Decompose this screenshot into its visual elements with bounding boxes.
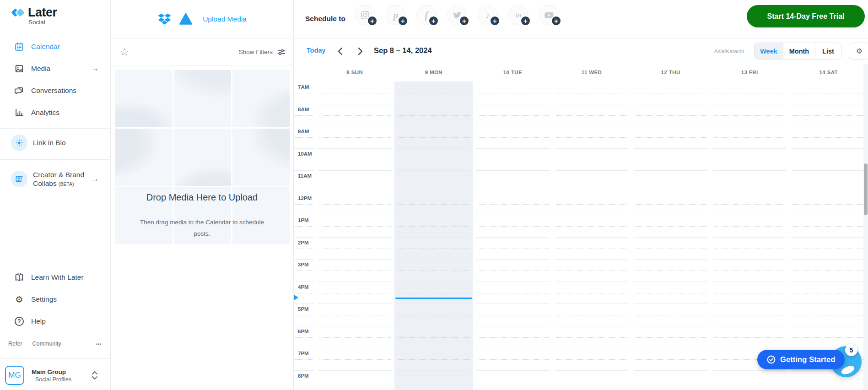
help-icon: ? xyxy=(14,316,25,327)
time-row: 6PM xyxy=(294,326,315,348)
chevron-right-icon[interactable] xyxy=(355,46,366,57)
getting-started-button[interactable]: Getting Started xyxy=(757,350,845,369)
upload-media-button[interactable]: Upload Media xyxy=(203,15,247,23)
later-logo[interactable]: Later Social xyxy=(12,5,57,26)
time-label: 8PM xyxy=(298,373,309,379)
chevron-updown-icon[interactable] xyxy=(92,370,98,380)
community-link[interactable]: Community xyxy=(32,341,61,347)
calendar-cell xyxy=(631,326,710,348)
calendar-cell xyxy=(631,259,710,282)
show-filters-button[interactable]: Show Filters xyxy=(239,48,286,57)
day-column-mon[interactable] xyxy=(394,81,474,390)
calendar-cell xyxy=(394,237,474,260)
day-column-thu[interactable] xyxy=(631,81,710,390)
calendar-cell xyxy=(552,259,631,282)
calendar-cell xyxy=(394,259,474,282)
calendar-cell xyxy=(473,126,552,148)
time-label: 4PM xyxy=(298,284,309,290)
add-twitter-button[interactable]: + xyxy=(447,5,467,25)
tab-month[interactable]: Month xyxy=(783,43,815,59)
calendar-cell xyxy=(631,237,710,260)
date-range: Sep 8 – 14, 2024 xyxy=(374,46,432,55)
drop-media-subtitle: Then drag media to the Calendar to sched… xyxy=(134,217,271,240)
sidebar-item-learn[interactable]: Learn With Later xyxy=(0,266,111,288)
add-instagram-button[interactable]: + xyxy=(355,5,375,25)
add-youtube-button[interactable]: + xyxy=(539,5,559,25)
time-label: 7PM xyxy=(298,351,309,356)
plus-icon: + xyxy=(520,16,531,26)
tab-week[interactable]: Week xyxy=(755,43,783,59)
day-header-row: 8 SUN9 MON10 TUE11 WED12 THU13 FRI14 SAT xyxy=(294,64,868,81)
time-label: 1PM xyxy=(298,217,309,223)
calendar-cell xyxy=(789,259,868,282)
book-icon xyxy=(14,272,25,283)
sidebar-item-link-in-bio[interactable]: Link in Bio xyxy=(0,132,111,154)
calendar-cell xyxy=(394,104,474,126)
calendar-settings-button[interactable]: ⚙ xyxy=(849,43,868,60)
plus-icon: + xyxy=(551,16,561,26)
time-row: 12PM xyxy=(294,193,315,215)
link-in-bio-icon xyxy=(11,135,27,151)
sidebar-item-label: Conversations xyxy=(31,86,76,95)
profile-switcher[interactable]: MG Main Group Social Profiles xyxy=(0,363,111,388)
collabs-icon xyxy=(11,171,27,187)
day-column-fri[interactable] xyxy=(710,81,789,390)
refer-link[interactable]: Refer xyxy=(8,341,22,347)
time-label: 12PM xyxy=(298,195,312,201)
sidebar-item-conversations[interactable]: Conversations xyxy=(0,80,111,102)
time-row: 10AM xyxy=(294,148,315,171)
media-placeholder-tile xyxy=(174,129,231,186)
star-icon[interactable]: ☆ xyxy=(120,47,129,57)
start-trial-button[interactable]: Start 14-Day Free Trial xyxy=(747,5,865,27)
calendar-cell xyxy=(315,326,394,348)
calendar-cell xyxy=(710,170,789,193)
more-options-icon[interactable]: ⋯ xyxy=(96,341,103,347)
time-label: 9AM xyxy=(298,129,309,134)
notification-badge: 5 xyxy=(845,344,857,356)
tab-list[interactable]: List xyxy=(815,43,841,59)
show-filters-label: Show Filters xyxy=(239,49,273,55)
sidebar-item-analytics[interactable]: Analytics xyxy=(0,102,111,124)
avatar: MG xyxy=(5,366,24,385)
add-facebook-button[interactable]: f + xyxy=(416,5,437,25)
today-button[interactable]: Today xyxy=(307,47,326,54)
add-tiktok-button[interactable]: ♪ + xyxy=(478,5,498,25)
sidebar-item-settings[interactable]: ⚙ Settings xyxy=(0,288,111,310)
calendar-cell xyxy=(552,193,631,215)
day-column-sun[interactable] xyxy=(315,81,394,390)
day-header: 13 FRI xyxy=(710,64,789,81)
calendar-cell xyxy=(394,215,474,237)
time-row: 1PM xyxy=(294,215,315,237)
day-header: 8 SUN xyxy=(315,64,394,81)
dropbox-icon[interactable] xyxy=(157,13,172,25)
sidebar-item-help[interactable]: ? Help xyxy=(0,310,111,332)
sidebar-item-media[interactable]: Media → xyxy=(0,58,111,80)
day-column-sat[interactable] xyxy=(789,81,868,390)
sidebar-item-collabs[interactable]: Creator & Brand Collabs (BETA) → xyxy=(0,163,111,195)
current-time-line xyxy=(395,298,473,299)
brand-sub: Social xyxy=(28,19,57,26)
plus-icon: + xyxy=(428,16,439,26)
day-column-tue[interactable] xyxy=(473,81,552,390)
calendar-cell xyxy=(710,326,789,348)
check-circle-icon xyxy=(766,355,776,364)
calendar-cell xyxy=(631,148,710,171)
sidebar-item-label: Link in Bio xyxy=(33,138,66,147)
calendar-cell xyxy=(631,126,710,148)
chevron-left-icon[interactable] xyxy=(334,46,345,57)
add-pinterest-button[interactable]: p + xyxy=(386,5,406,25)
time-label: 3PM xyxy=(298,262,309,267)
add-linkedin-button[interactable]: in + xyxy=(508,5,528,25)
calendar-cell xyxy=(473,259,552,282)
scrollbar-thumb[interactable] xyxy=(864,163,868,215)
sidebar-item-calendar[interactable]: Calendar xyxy=(0,36,111,58)
calendar-grid: 7AM8AM9AM10AM11AM12PM1PM2PM3PM4PM5PM6PM7… xyxy=(294,81,868,390)
calendar-cell xyxy=(315,237,394,260)
time-row: 8PM xyxy=(294,370,315,390)
calendar-cell xyxy=(473,81,552,104)
google-drive-icon[interactable] xyxy=(179,13,193,25)
sidebar-item-label: Learn With Later xyxy=(31,273,84,282)
media-panel-header: Upload Media xyxy=(111,0,293,38)
day-column-wed[interactable] xyxy=(552,81,631,390)
calendar-cell xyxy=(315,348,394,370)
